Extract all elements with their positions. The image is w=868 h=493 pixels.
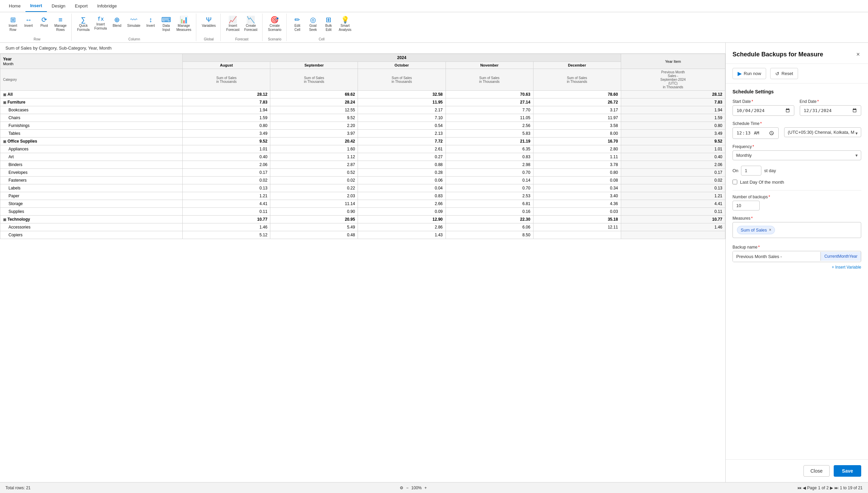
- page-next[interactable]: ▶: [830, 486, 833, 490]
- data-cell: 1.43: [358, 231, 446, 239]
- th-nov: November: [446, 62, 533, 69]
- backup-name-input[interactable]: [733, 251, 820, 262]
- data-cell: 0.02: [183, 177, 270, 184]
- blend-label: Blend: [113, 24, 122, 28]
- data-cell: 16.70: [533, 138, 621, 145]
- frequency-group: Frequency* Monthly Weekly Daily: [733, 144, 861, 160]
- quick-formula-button[interactable]: ∑ QuickFormula: [75, 15, 92, 33]
- page-first[interactable]: ⏮: [797, 486, 801, 490]
- invert-button[interactable]: ↔ Invert: [21, 15, 36, 29]
- manage-measures-button[interactable]: 📊 ManageMeasures: [174, 15, 193, 33]
- settings-icon[interactable]: ⚙: [400, 486, 403, 490]
- blend-icon: ⊕: [114, 16, 120, 23]
- end-date-group: End Date*: [800, 99, 862, 116]
- measures-box[interactable]: Sum of Sales ×: [733, 222, 861, 238]
- nav-design[interactable]: Design: [47, 0, 70, 12]
- data-cell: 0.54: [358, 122, 446, 130]
- nav-export[interactable]: Export: [70, 0, 93, 12]
- cell-buttons: ✏ EditCell ◎ GoalSeek ⊞ BulkEdit 💡 Smart…: [290, 14, 354, 37]
- data-cell: 0.04: [358, 184, 446, 192]
- play-icon: ▶: [738, 70, 742, 77]
- reset-label: Reset: [781, 71, 793, 76]
- timezone-select[interactable]: (UTC+05:30) Chennai, Kolkata, M: [784, 127, 861, 137]
- data-cell: 2.03: [270, 192, 358, 200]
- measure-remove-button[interactable]: ×: [769, 227, 771, 232]
- goal-seek-button[interactable]: ◎ GoalSeek: [306, 15, 321, 33]
- page-prev[interactable]: ◀: [803, 486, 806, 490]
- last-day-checkbox[interactable]: [733, 180, 737, 184]
- blend-button[interactable]: ⊕ Blend: [110, 15, 125, 29]
- edit-cell-button[interactable]: ✏ EditCell: [290, 15, 305, 33]
- zoom-plus[interactable]: +: [423, 486, 428, 490]
- data-cell: 4.41: [183, 200, 270, 208]
- create-scenario-button[interactable]: 🎯 CreateScenario: [266, 15, 283, 33]
- data-cell: 1.46: [183, 223, 270, 231]
- manage-rows-button[interactable]: ≡ ManageRows: [52, 15, 69, 33]
- data-cell: 2.80: [533, 145, 621, 153]
- insert-formula-button[interactable]: fx InsertFormula: [92, 15, 109, 32]
- data-cell: 2.66: [358, 200, 446, 208]
- expand-icon[interactable]: ▣: [3, 101, 6, 104]
- data-cell: 0.83: [358, 192, 446, 200]
- pivot-button[interactable]: ⟳ Pivot: [37, 15, 52, 29]
- data-cell: 2.86: [358, 223, 446, 231]
- create-forecast-label: CreateForecast: [244, 24, 257, 32]
- data-input-button[interactable]: ⌨ DataInput: [159, 15, 174, 33]
- nav-home[interactable]: Home: [4, 0, 25, 12]
- nav-insert[interactable]: Insert: [25, 0, 47, 12]
- data-cell: 2.53: [446, 192, 533, 200]
- frequency-select[interactable]: Monthly Weekly Daily: [733, 150, 861, 160]
- page-last[interactable]: ⏭: [834, 486, 838, 490]
- start-date-input[interactable]: [733, 105, 794, 116]
- data-cell: 0.80: [183, 122, 270, 130]
- variables-button[interactable]: Ψ Variables: [200, 15, 218, 29]
- end-date-input[interactable]: [800, 105, 862, 116]
- simulate-button[interactable]: 〰 Simulate: [125, 15, 143, 29]
- insert-forecast-button[interactable]: 📈 InsertForecast: [224, 15, 241, 33]
- expand-icon[interactable]: ▣: [3, 140, 6, 143]
- th-year: YearMonth: [0, 54, 183, 69]
- row-label-cell: Copiers: [0, 231, 183, 239]
- variables-icon: Ψ: [206, 16, 212, 23]
- on-day-row: On st day: [733, 166, 861, 176]
- zoom-minus[interactable]: −: [405, 486, 410, 490]
- year-item-cell: 1.46: [621, 223, 725, 231]
- insert-row-label: InsertRow: [8, 24, 17, 32]
- table-row: Copiers5.120.481.438.50: [0, 231, 725, 239]
- schedule-time-input[interactable]: [733, 127, 779, 139]
- invert2-button[interactable]: ↕ Invert: [143, 15, 158, 29]
- on-day-input[interactable]: [741, 166, 761, 176]
- th-sep: September: [270, 62, 358, 69]
- num-backups-input[interactable]: [733, 201, 760, 211]
- panel-close-button[interactable]: ×: [855, 50, 861, 59]
- manage-rows-icon: ≡: [58, 16, 62, 23]
- expand-icon[interactable]: ▣: [3, 93, 6, 96]
- row-label-cell: Envelopes: [0, 169, 183, 177]
- scenario-buttons: 🎯 CreateScenario: [266, 14, 283, 37]
- data-input-label: DataInput: [162, 24, 170, 32]
- backup-name-variable[interactable]: CurrentMonthYear: [820, 252, 861, 261]
- close-button[interactable]: Close: [803, 465, 830, 477]
- bulk-edit-button[interactable]: ⊞ BulkEdit: [321, 15, 336, 33]
- insert-row-icon: ⊞: [10, 16, 16, 23]
- table-row: Binders2.062.870.882.983.782.06: [0, 161, 725, 169]
- end-date-label: End Date*: [800, 99, 862, 104]
- reset-button[interactable]: ↺ Reset: [770, 68, 798, 79]
- th-aug-sub: Sum of Salesin Thousands: [183, 69, 270, 91]
- expand-icon[interactable]: ▣: [3, 218, 6, 221]
- backup-name-label: Backup name*: [733, 245, 861, 250]
- insert-row-button[interactable]: ⊞ InsertRow: [5, 15, 20, 33]
- data-cell: 0.03: [533, 208, 621, 216]
- data-cell: 5.49: [270, 223, 358, 231]
- nav-infobridge[interactable]: Infobridge: [92, 0, 122, 12]
- smart-analysis-button[interactable]: 💡 SmartAnalysis: [337, 15, 354, 33]
- year-item-cell: 0.11: [621, 208, 725, 216]
- data-cell: 3.58: [533, 122, 621, 130]
- run-now-button[interactable]: ▶ Run now: [733, 68, 766, 79]
- measure-chip-label: Sum of Sales: [741, 227, 767, 233]
- save-button[interactable]: Save: [834, 465, 861, 477]
- insert-variable-link[interactable]: + Insert Variable: [733, 265, 861, 270]
- schedule-time-group: Schedule Time* (UTC+05:30) Chennai, Kolk…: [733, 121, 861, 139]
- data-cell: 7.70: [446, 106, 533, 114]
- create-forecast-button[interactable]: 📉 CreateForecast: [242, 15, 259, 33]
